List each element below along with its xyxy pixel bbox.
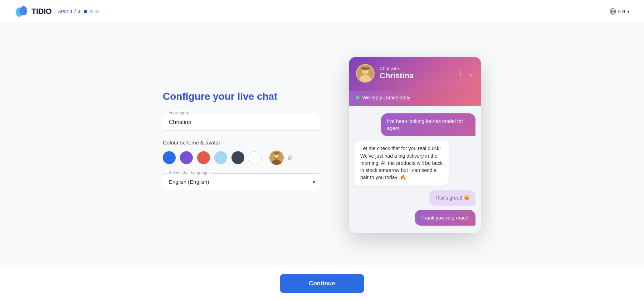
color-swatch-more[interactable]: ··· bbox=[249, 151, 262, 164]
header: TIDIO Step 1 / 3 EN ▾ bbox=[0, 0, 644, 23]
chat-header-left: Chat with Christina bbox=[356, 64, 414, 83]
continue-button[interactable]: Continue bbox=[280, 274, 364, 293]
dot-1 bbox=[84, 10, 87, 13]
chat-preview: Chat with Christina ⋮ ⌄ We reply immedia… bbox=[349, 57, 481, 233]
chat-agent-name: Christina bbox=[380, 71, 414, 80]
chat-header: Chat with Christina ⋮ ⌄ bbox=[349, 57, 481, 91]
svg-point-2 bbox=[19, 8, 24, 15]
color-section-label: Colour scheme & avatar bbox=[163, 139, 320, 146]
main-content: Configure your live chat Your name Colou… bbox=[0, 23, 644, 267]
svg-rect-13 bbox=[274, 152, 279, 154]
color-row: ··· 🗑 bbox=[163, 151, 320, 165]
chat-header-actions: ⋮ ⌄ bbox=[457, 69, 474, 78]
language-selector[interactable]: EN ▾ bbox=[610, 8, 630, 15]
online-bar: We reply immediately bbox=[349, 91, 481, 106]
chevron-down-icon: ▾ bbox=[627, 9, 630, 14]
delete-avatar-icon[interactable]: 🗑 bbox=[287, 154, 294, 162]
dot-2 bbox=[89, 10, 93, 13]
logo-text: TIDIO bbox=[31, 7, 52, 16]
svg-rect-18 bbox=[362, 67, 369, 69]
tidio-logo-icon bbox=[14, 4, 29, 19]
chat-menu-icon[interactable]: ⋮ bbox=[457, 69, 464, 77]
color-swatch-light-blue[interactable] bbox=[214, 151, 227, 164]
color-swatch-blue[interactable] bbox=[163, 151, 176, 164]
name-field-group: Your name bbox=[163, 114, 320, 131]
footer: Continue bbox=[0, 267, 644, 300]
chat-with-label: Chat with bbox=[380, 66, 414, 71]
form-title: Configure your live chat bbox=[163, 91, 320, 102]
dot-3 bbox=[95, 10, 99, 13]
avatar-group: 🗑 bbox=[269, 151, 294, 165]
language-select[interactable]: English (English) French (Français) Span… bbox=[163, 173, 320, 190]
avatar-svg bbox=[269, 151, 284, 165]
language-label: EN bbox=[618, 9, 625, 14]
avatar-preview bbox=[269, 151, 284, 165]
language-select-label: Select chat language bbox=[167, 170, 210, 175]
header-left: TIDIO Step 1 / 3 bbox=[14, 4, 99, 19]
message-2: Let me check that for you real quick! We… bbox=[355, 141, 449, 185]
logo: TIDIO bbox=[14, 4, 52, 19]
step-dots bbox=[84, 10, 99, 13]
chat-collapse-icon[interactable]: ⌄ bbox=[468, 69, 474, 78]
step-text: Step 1 / 3 bbox=[57, 8, 80, 14]
color-swatch-purple[interactable] bbox=[180, 151, 193, 164]
online-indicator-dot bbox=[356, 96, 360, 99]
config-form: Configure your live chat Your name Colou… bbox=[163, 91, 320, 199]
chat-body: I've been looking for this model for age… bbox=[349, 106, 481, 233]
name-label: Your name bbox=[167, 110, 191, 115]
chat-header-info: Chat with Christina bbox=[380, 66, 414, 80]
globe-icon bbox=[610, 8, 616, 15]
language-field-group: Select chat language English (English) F… bbox=[163, 173, 320, 190]
chat-avatar-svg bbox=[357, 65, 374, 82]
chat-avatar bbox=[356, 64, 375, 83]
message-1: I've been looking for this model for age… bbox=[381, 113, 475, 137]
message-3: That's great! 😄 bbox=[429, 190, 475, 206]
message-4: Thank you very much! bbox=[415, 210, 475, 226]
color-swatch-coral[interactable] bbox=[197, 151, 210, 164]
color-swatch-dark[interactable] bbox=[231, 151, 244, 164]
step-indicator: Step 1 / 3 bbox=[57, 8, 99, 14]
online-status-text: We reply immediately bbox=[362, 95, 410, 100]
name-input[interactable] bbox=[163, 114, 320, 131]
